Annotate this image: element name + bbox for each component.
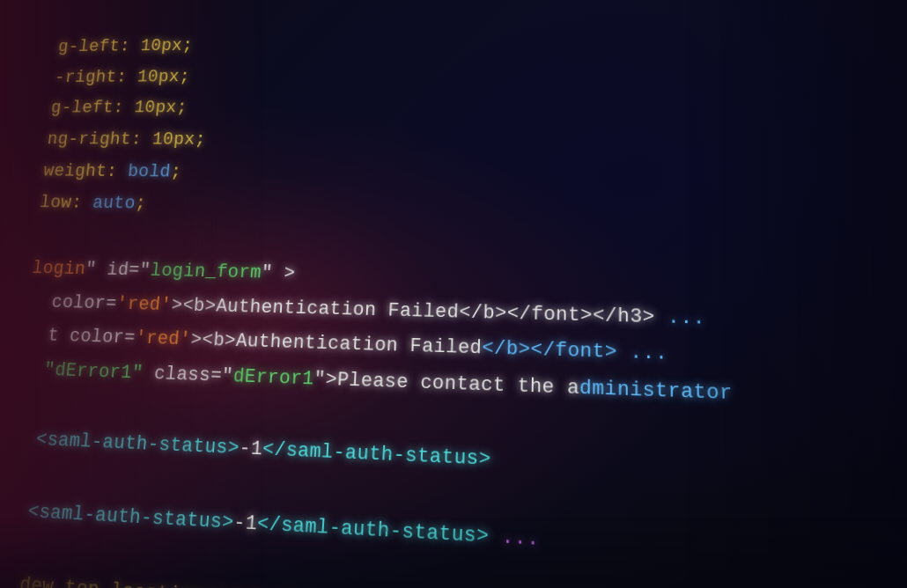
code-text: <saml-auth-status> xyxy=(26,500,234,533)
code-text: -1 xyxy=(232,511,258,536)
code-text: ; xyxy=(135,194,147,214)
code-text: t color= xyxy=(47,326,136,349)
code-text: ; xyxy=(170,162,182,182)
code-text: " id=" xyxy=(85,259,151,281)
code-text: ><b> xyxy=(190,329,237,352)
code-text: low: xyxy=(39,193,93,213)
code-text: ng-right: 10px; xyxy=(47,129,207,150)
code-line-3: g-left: 10px; xyxy=(49,90,907,125)
code-line-4: ng-right: 10px; xyxy=(46,124,907,160)
code-text: ><b> xyxy=(171,295,218,317)
code-text: g-left: 10px; xyxy=(57,36,194,56)
code-text: </b></font> ... xyxy=(482,337,667,365)
code-text: Authentication Failed xyxy=(215,296,459,323)
code-text: </b></font></h3> xyxy=(459,301,655,328)
code-text: g-left: 10px; xyxy=(50,99,188,118)
code-text: login_form xyxy=(150,261,262,283)
code-text: -right: 10px; xyxy=(54,67,191,86)
code-text: ... xyxy=(489,525,540,551)
code-value: bold xyxy=(127,162,172,182)
code-display: g-left: 10px; -right: 10px; g-left: 10px… xyxy=(0,0,907,588)
code-text: dministrator xyxy=(579,377,733,405)
code-text: </saml-auth-status> xyxy=(262,438,491,471)
code-text: weight: xyxy=(42,161,129,181)
code-editor-screen: g-left: 10px; -right: 10px; g-left: 10px… xyxy=(0,0,907,588)
code-text: </saml-auth-status> xyxy=(256,512,489,548)
code-text: 'red' xyxy=(115,293,173,315)
code-text: color= xyxy=(51,291,118,313)
code-text: "dError1" xyxy=(43,359,144,384)
code-value: auto xyxy=(92,194,136,214)
code-text: <saml-auth-status> xyxy=(35,429,240,459)
code-text: class=" xyxy=(142,363,234,387)
code-text: ... xyxy=(655,305,706,329)
code-line-2: -right: 10px; xyxy=(53,55,907,93)
code-text: login xyxy=(31,258,86,279)
code-text: -1 xyxy=(239,437,263,461)
code-text: ">Please contact the a xyxy=(313,368,579,400)
code-text: 'red' xyxy=(134,327,191,350)
code-text: Authentication Failed xyxy=(235,331,483,360)
code-text: dError1 xyxy=(232,365,314,390)
code-text: " > xyxy=(261,262,296,284)
